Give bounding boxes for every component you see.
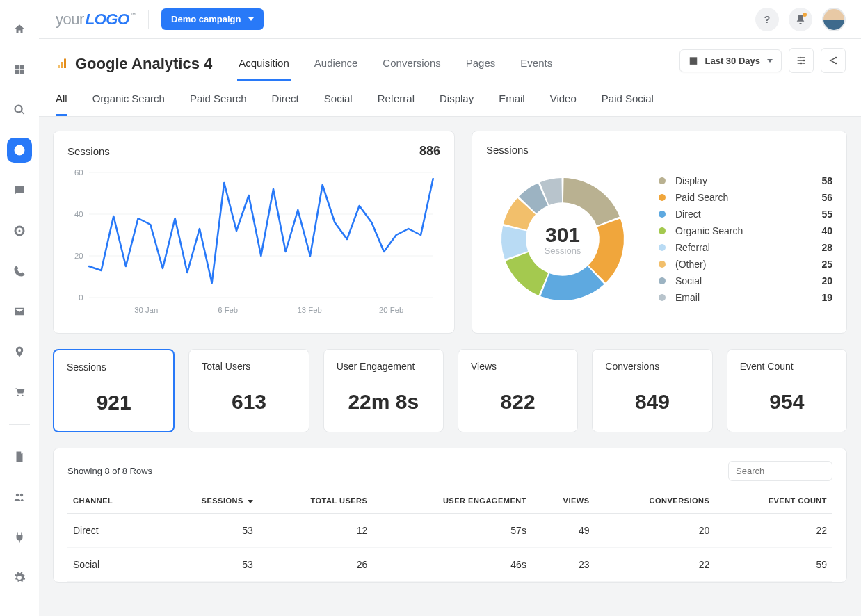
- home-icon[interactable]: [7, 17, 32, 42]
- filter-direct[interactable]: Direct: [272, 92, 299, 116]
- mail-icon[interactable]: [7, 299, 32, 324]
- svg-point-7: [800, 63, 803, 65]
- search-icon[interactable]: [7, 97, 32, 122]
- col-conversions[interactable]: CONVERSIONS: [595, 488, 716, 514]
- table-row[interactable]: Direct531257s492022: [67, 514, 832, 548]
- kpi-label: Views: [471, 361, 565, 372]
- filter-paid-search[interactable]: Paid Search: [190, 92, 247, 116]
- legend-value: 40: [821, 225, 832, 236]
- kpi-value: 921: [67, 391, 161, 414]
- kpi-value: 849: [605, 390, 699, 414]
- target-icon[interactable]: [7, 218, 32, 243]
- filter-social[interactable]: Social: [324, 92, 353, 116]
- ga4-icon: [56, 58, 68, 70]
- share-button[interactable]: [821, 48, 846, 73]
- legend-dot: [659, 177, 666, 184]
- apps-icon[interactable]: [7, 57, 32, 82]
- kpi-value: 822: [471, 390, 565, 414]
- notifications-button[interactable]: [789, 8, 812, 31]
- svg-text:40: 40: [74, 210, 83, 218]
- kpi-total-users[interactable]: Total Users613: [188, 349, 309, 432]
- filter-all[interactable]: All: [56, 92, 67, 116]
- kpi-views[interactable]: Views822: [458, 349, 578, 432]
- filter-display[interactable]: Display: [440, 92, 474, 116]
- sessions-line-chart: 020406030 Jan6 Feb13 Feb20 Feb: [67, 165, 440, 318]
- help-button[interactable]: ?: [755, 8, 779, 31]
- legend-label: Display: [675, 175, 821, 186]
- tab-pages[interactable]: Pages: [465, 47, 497, 81]
- logo-text-a: your: [56, 10, 84, 29]
- analytics-icon[interactable]: [7, 138, 32, 163]
- legend-item[interactable]: Email19: [659, 289, 832, 306]
- col-event-count[interactable]: EVENT COUNT: [715, 488, 832, 514]
- kpi-sessions[interactable]: Sessions921: [53, 349, 175, 432]
- tab-events[interactable]: Events: [519, 47, 554, 81]
- help-icon: ?: [764, 14, 771, 25]
- svg-point-8: [830, 60, 832, 62]
- chat-icon[interactable]: [7, 178, 32, 203]
- legend-item[interactable]: Paid Search56: [659, 189, 832, 206]
- table-search-input[interactable]: [728, 461, 832, 481]
- table-showing: Showing 8 of 8 Rows: [67, 466, 152, 476]
- campaign-dropdown[interactable]: Demo campaign: [161, 8, 263, 30]
- sessions-line-total: 886: [419, 144, 440, 159]
- sessions-donut-panel: Sessions 301 Sessions Display58Paid Sear…: [472, 131, 847, 334]
- tab-acquisition[interactable]: Acquisition: [237, 47, 291, 81]
- col-total-users[interactable]: TOTAL USERS: [259, 488, 373, 514]
- user-avatar[interactable]: [822, 8, 846, 31]
- location-icon[interactable]: [7, 339, 32, 364]
- svg-text:20 Feb: 20 Feb: [379, 306, 403, 314]
- sliders-icon: [796, 55, 807, 66]
- filter-video[interactable]: Video: [550, 92, 577, 116]
- filter-referral[interactable]: Referral: [378, 92, 415, 116]
- channel-table-panel: Showing 8 of 8 Rows CHANNELSESSIONSTOTAL…: [53, 448, 847, 583]
- document-icon[interactable]: [7, 444, 32, 469]
- legend-value: 25: [821, 259, 832, 270]
- legend-value: 58: [821, 175, 832, 186]
- channel-filters: AllOrganic SearchPaid SearchDirectSocial…: [39, 81, 861, 117]
- legend-dot: [659, 244, 666, 251]
- legend-dot: [659, 211, 666, 218]
- legend-value: 56: [821, 192, 832, 203]
- plugin-icon[interactable]: [7, 525, 32, 550]
- kpi-user-engagement[interactable]: User Engagement22m 8s: [323, 349, 444, 432]
- legend-label: Paid Search: [675, 192, 821, 203]
- users-icon[interactable]: [7, 485, 32, 510]
- donut-center-label: Sessions: [545, 245, 581, 256]
- legend-item[interactable]: Referral28: [659, 239, 832, 256]
- legend-item[interactable]: Direct55: [659, 206, 832, 222]
- col-user-engagement[interactable]: USER ENGAGEMENT: [373, 488, 532, 514]
- table-row[interactable]: Social532646s232259: [67, 548, 832, 582]
- tab-audience[interactable]: Audience: [313, 47, 360, 81]
- content-area: Sessions 886 020406030 Jan6 Feb13 Feb20 …: [39, 117, 861, 616]
- filter-organic-search[interactable]: Organic Search: [92, 92, 165, 116]
- settings-icon[interactable]: [7, 565, 32, 590]
- share-icon: [828, 55, 839, 66]
- filter-sliders-button[interactable]: [789, 48, 814, 73]
- legend-item[interactable]: (Other)25: [659, 256, 832, 273]
- donut-chart: 301 Sessions: [486, 163, 639, 316]
- legend-item[interactable]: Organic Search40: [659, 222, 832, 239]
- date-range-label: Last 30 Days: [705, 56, 761, 66]
- col-views[interactable]: VIEWS: [532, 488, 595, 514]
- legend-item[interactable]: Social20: [659, 273, 832, 289]
- filter-paid-social[interactable]: Paid Social: [602, 92, 654, 116]
- page-title-block: Google Analytics 4: [56, 55, 212, 73]
- col-sessions[interactable]: SESSIONS: [153, 488, 259, 514]
- kpi-conversions[interactable]: Conversions849: [592, 349, 712, 432]
- phone-icon[interactable]: [7, 259, 32, 284]
- svg-rect-1: [61, 62, 63, 68]
- svg-rect-2: [64, 59, 66, 69]
- legend-value: 55: [821, 209, 832, 220]
- col-channel[interactable]: CHANNEL: [67, 488, 153, 514]
- legend-value: 28: [821, 242, 832, 253]
- cart-icon[interactable]: [7, 380, 32, 405]
- tab-conversions[interactable]: Conversions: [381, 47, 442, 81]
- legend-value: 19: [821, 292, 832, 303]
- date-range-button[interactable]: Last 30 Days: [679, 49, 782, 72]
- campaign-label: Demo campaign: [171, 14, 241, 24]
- filter-email[interactable]: Email: [499, 92, 525, 116]
- legend-dot: [659, 261, 666, 268]
- kpi-event-count[interactable]: Event Count954: [727, 349, 847, 432]
- legend-item[interactable]: Display58: [659, 172, 832, 189]
